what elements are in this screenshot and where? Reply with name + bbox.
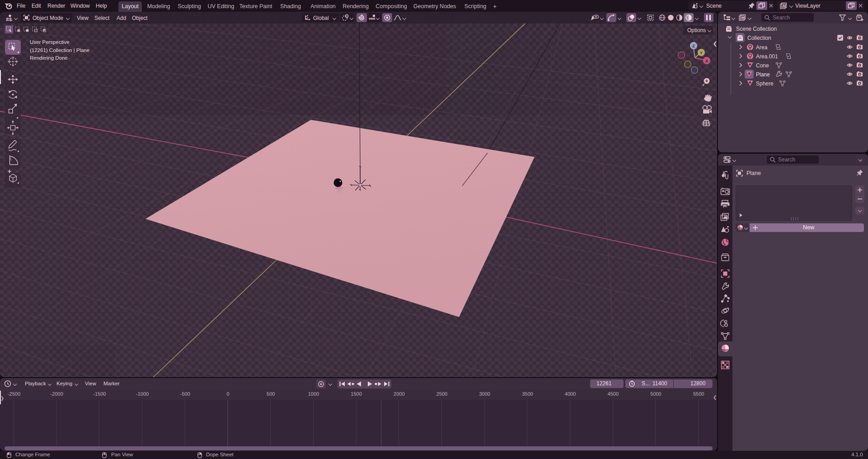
svg-text:Cone: Cone	[756, 62, 769, 69]
svg-text:Area.001: Area.001	[756, 53, 778, 60]
svg-text:Sphere: Sphere	[756, 80, 774, 87]
svg-text:X: X	[705, 58, 708, 63]
svg-text:Plane: Plane	[756, 71, 770, 78]
svg-text:Area: Area	[756, 44, 768, 51]
svg-text:Z: Z	[692, 43, 695, 48]
svg-text:Y: Y	[700, 50, 703, 55]
